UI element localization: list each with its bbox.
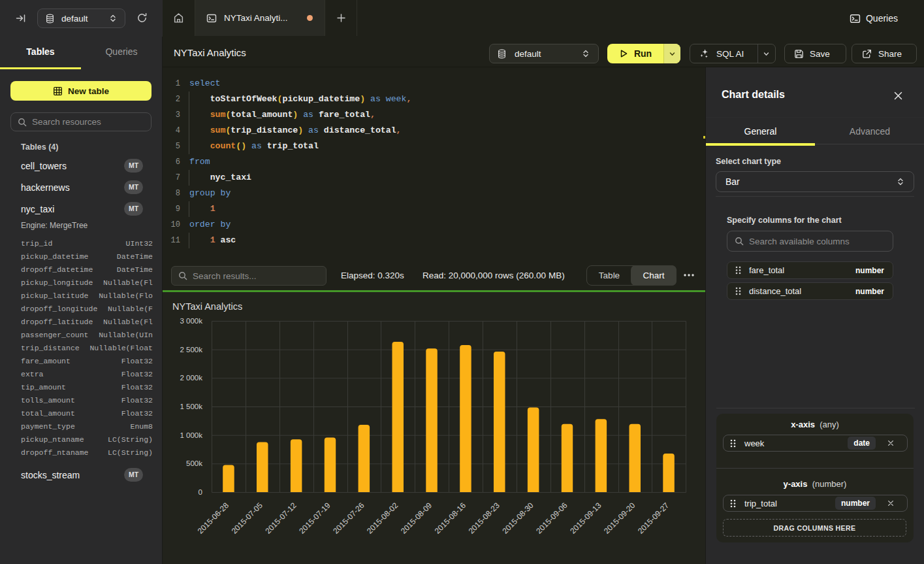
svg-text:2015-08-16: 2015-08-16 bbox=[433, 501, 468, 536]
svg-text:2015-09-27: 2015-09-27 bbox=[636, 501, 671, 536]
svg-text:2015-07-12: 2015-07-12 bbox=[263, 501, 298, 536]
svg-text:NYTaxi Analytics: NYTaxi Analytics bbox=[172, 301, 242, 312]
svg-text:2015-09-20: 2015-09-20 bbox=[602, 501, 637, 536]
svg-text:2015-07-05: 2015-07-05 bbox=[230, 501, 265, 536]
svg-text:500k: 500k bbox=[186, 459, 202, 467]
svg-text:3 000k: 3 000k bbox=[180, 317, 202, 325]
svg-text:2015-08-23: 2015-08-23 bbox=[467, 501, 502, 536]
svg-text:2015-09-13: 2015-09-13 bbox=[568, 501, 603, 536]
svg-text:2015-08-30: 2015-08-30 bbox=[500, 501, 535, 536]
svg-text:2 500k: 2 500k bbox=[180, 346, 202, 354]
svg-text:2015-09-06: 2015-09-06 bbox=[534, 501, 569, 536]
svg-text:2015-07-26: 2015-07-26 bbox=[331, 501, 366, 536]
svg-text:2015-08-09: 2015-08-09 bbox=[399, 501, 434, 536]
svg-text:1 500k: 1 500k bbox=[180, 403, 202, 410]
svg-text:2015-07-19: 2015-07-19 bbox=[297, 501, 332, 536]
svg-text:1 000k: 1 000k bbox=[180, 431, 202, 439]
svg-text:0: 0 bbox=[199, 488, 202, 496]
svg-text:2015-08-02: 2015-08-02 bbox=[365, 501, 400, 536]
svg-text:2 000k: 2 000k bbox=[180, 374, 202, 382]
svg-text:2015-06-28: 2015-06-28 bbox=[196, 501, 231, 536]
